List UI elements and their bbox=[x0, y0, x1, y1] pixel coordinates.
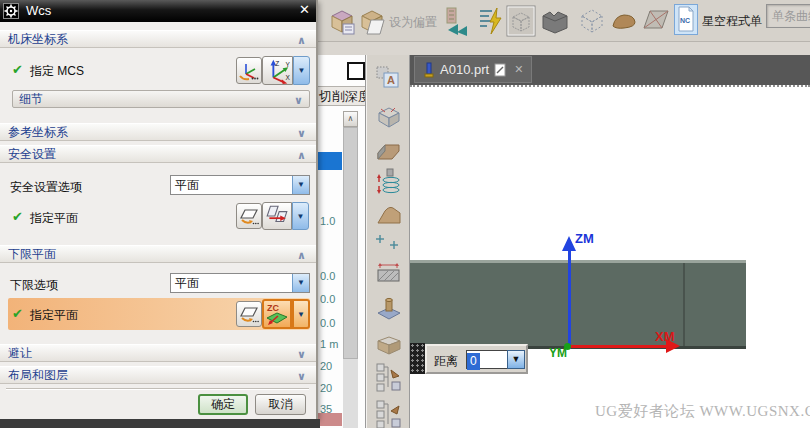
plane-dialog-button[interactable] bbox=[236, 203, 262, 229]
plane-dropdown-button[interactable]: ▼ bbox=[292, 202, 309, 230]
operation-input-icon[interactable] bbox=[375, 400, 403, 428]
workpiece-icon[interactable] bbox=[540, 6, 570, 36]
dialog-close-button[interactable]: ✕ bbox=[299, 2, 310, 17]
plane-dialog-icon bbox=[239, 207, 259, 225]
operation-list-icon[interactable] bbox=[477, 6, 503, 36]
list-value: 1 m bbox=[320, 338, 341, 350]
ok-button[interactable]: 确定 bbox=[198, 394, 248, 415]
list-value: 0.0 bbox=[320, 270, 341, 282]
svg-text:ZC: ZC bbox=[267, 303, 279, 313]
chevron-up-icon: ∧ bbox=[297, 147, 306, 163]
distance-label: 距离 bbox=[434, 353, 458, 370]
x-axis-arrow[interactable] bbox=[570, 345, 668, 348]
details-bar[interactable]: 细节 ∨ bbox=[12, 90, 310, 108]
wcs-dialog: Wcs ✕ 机床坐标系 ∧ ✔ 指定 MCS bbox=[0, 0, 318, 419]
modified-doc-icon bbox=[494, 63, 506, 77]
csys-dialog-icon bbox=[238, 61, 260, 81]
section-layout-layers[interactable]: 布局和图层 ∨ bbox=[0, 366, 316, 384]
section-reference-cs[interactable]: 参考坐标系 ∨ bbox=[0, 123, 316, 141]
graphics-viewport[interactable]: ZM XM YM 距离 0 ▼ UG爱好者论坛 WWW.UGSNX.COM bbox=[410, 85, 810, 428]
selected-row[interactable] bbox=[318, 152, 342, 170]
part-body[interactable] bbox=[410, 260, 746, 349]
section-machine-cs[interactable]: 机床坐标系 ∧ bbox=[0, 30, 316, 48]
part-tab-bar: A010.prt ✕ bbox=[410, 55, 810, 85]
section-label: 避让 bbox=[8, 346, 32, 360]
dropdown-arrow-icon: ▼ bbox=[297, 212, 305, 221]
distance-spinner-button[interactable]: ▼ bbox=[507, 350, 525, 369]
cancel-button[interactable]: 取消 bbox=[255, 394, 306, 415]
corner-rough-icon[interactable] bbox=[375, 138, 403, 166]
mcs-orientation-button[interactable]: Z Y X bbox=[262, 56, 293, 85]
part-geometry-icon[interactable] bbox=[328, 6, 356, 36]
text-engrave-icon[interactable]: A bbox=[375, 65, 403, 93]
safety-option-value: 平面 bbox=[171, 176, 309, 194]
square-icon[interactable] bbox=[347, 62, 365, 80]
mcs-dropdown-button[interactable]: ▼ bbox=[293, 56, 310, 85]
section-lower-limit[interactable]: 下限平面 ∧ bbox=[0, 245, 316, 263]
distance-input[interactable]: 0 bbox=[466, 350, 508, 369]
chevron-down-icon: ∨ bbox=[297, 125, 306, 141]
scrollbar-track[interactable] bbox=[343, 127, 358, 428]
cut-levels-panel: 切削深度 ∧ 1.0 0.0 0.0 0.0 1 m 20 20 35 bbox=[318, 55, 366, 428]
section-label: 参考坐标系 bbox=[8, 125, 68, 139]
stock-body-icon[interactable] bbox=[610, 6, 638, 36]
svg-text:NC: NC bbox=[680, 17, 690, 24]
section-avoidance[interactable]: 避让 ∨ bbox=[0, 344, 316, 362]
zc-dropdown-button[interactable]: ▼ bbox=[292, 299, 310, 329]
dropdown-arrow-icon[interactable]: ▼ bbox=[292, 176, 309, 194]
distance-mini-toolbar: 距离 0 ▼ bbox=[425, 344, 528, 374]
scroll-up-button[interactable]: ∧ bbox=[343, 111, 358, 127]
verify-toolpath-icon[interactable] bbox=[506, 5, 536, 37]
section-label: 机床坐标系 bbox=[8, 32, 68, 46]
section-safety[interactable]: 安全设置 ∧ bbox=[0, 145, 316, 163]
zc-plane-button[interactable]: ZC bbox=[262, 299, 292, 329]
ramp-mill-icon[interactable] bbox=[375, 200, 403, 228]
watermark-text: UG爱好者论坛 WWW.UGSNX.COM bbox=[595, 402, 810, 421]
tab-a010[interactable]: A010.prt ✕ bbox=[414, 56, 532, 83]
dropdown-arrow-icon: ▼ bbox=[298, 66, 306, 75]
svg-text:Z: Z bbox=[275, 60, 279, 67]
csys-dialog-button[interactable] bbox=[236, 57, 262, 84]
plunge-mill-icon[interactable] bbox=[375, 168, 403, 196]
face-mill-icon[interactable] bbox=[375, 258, 403, 286]
wireframe-cube-icon[interactable] bbox=[578, 6, 606, 36]
lower-option-combo[interactable]: 平面 ▼ bbox=[170, 273, 310, 293]
x-axis-label: XM bbox=[655, 329, 675, 344]
chevron-up-icon: ∧ bbox=[297, 247, 306, 263]
svg-text:Y: Y bbox=[285, 61, 290, 68]
z-axis-arrow[interactable] bbox=[568, 250, 571, 349]
y-axis-label: YM bbox=[549, 346, 567, 360]
sheet-body-icon[interactable] bbox=[642, 6, 670, 36]
dialog-titlebar[interactable]: Wcs ✕ bbox=[0, 0, 316, 22]
nc-program-sheet-label[interactable]: 星空程式单 bbox=[702, 13, 762, 30]
plane-dialog-button[interactable] bbox=[236, 301, 262, 327]
safety-option-combo[interactable]: 平面 ▼ bbox=[170, 175, 310, 195]
scrollbar-thumb[interactable] bbox=[343, 127, 358, 359]
drill-icon[interactable] bbox=[375, 295, 403, 323]
z-axis-arrowhead[interactable] bbox=[562, 236, 576, 251]
csys-triad-icon: Z Y X bbox=[264, 58, 292, 84]
blank-geometry-icon[interactable] bbox=[358, 6, 386, 36]
toolbar-second-row bbox=[318, 42, 810, 55]
list-value: 35 bbox=[320, 403, 341, 415]
plane-select-button[interactable] bbox=[262, 202, 292, 230]
cut-levels-icon[interactable] bbox=[443, 6, 471, 36]
operation-output-icon[interactable] bbox=[375, 362, 403, 394]
dropdown-arrow-icon[interactable]: ▼ bbox=[292, 274, 309, 292]
z-axis-label: ZM bbox=[575, 231, 594, 246]
curve-type-combo[interactable]: 单条曲线 bbox=[766, 4, 810, 28]
svg-text:X: X bbox=[285, 74, 290, 81]
tab-close-icon[interactable]: ✕ bbox=[514, 63, 523, 76]
mini-toolbar-drag-handle[interactable] bbox=[410, 343, 425, 374]
button-separator bbox=[6, 388, 309, 390]
point-select-icon[interactable] bbox=[375, 233, 399, 253]
nx-application-window: 设为偏置 bbox=[0, 0, 810, 428]
specify-mcs-label: 指定 MCS bbox=[30, 63, 84, 80]
two-planes-icon bbox=[265, 204, 289, 228]
pocket-mill-icon[interactable] bbox=[375, 330, 403, 358]
dropdown-arrow-icon: ▼ bbox=[297, 310, 305, 319]
dialog-gear-icon[interactable] bbox=[3, 3, 19, 19]
cavity-mill-icon[interactable] bbox=[375, 103, 403, 131]
nc-document-icon[interactable]: NC bbox=[674, 4, 698, 35]
list-value: 1.0 bbox=[320, 215, 341, 227]
